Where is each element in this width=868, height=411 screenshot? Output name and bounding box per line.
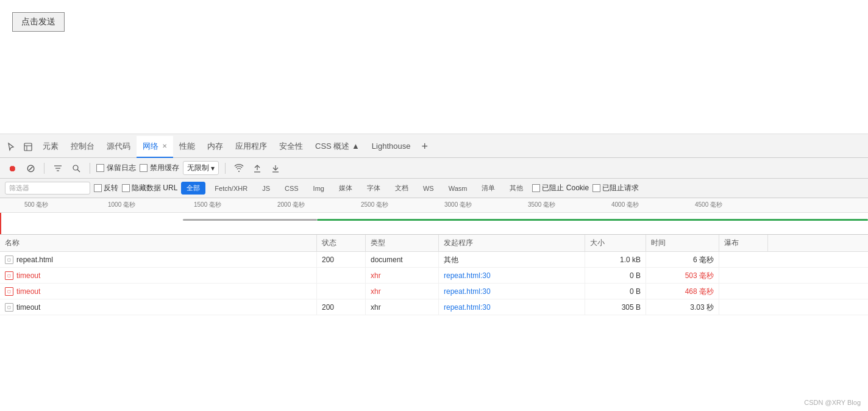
tab-security[interactable]: 安全性: [273, 136, 309, 158]
tab-application[interactable]: 应用程序: [229, 136, 273, 158]
row4-waterfall: [719, 299, 768, 315]
inspect-icon[interactable]: [20, 138, 37, 155]
wifi-icon[interactable]: [232, 161, 246, 176]
header-size: 大小: [585, 235, 646, 251]
tick-4500: 4500 毫秒: [695, 201, 722, 209]
cursor-icon[interactable]: [2, 138, 20, 155]
table-row[interactable]: ◻ timeout xhr repeat.html:30 0 B 468 毫秒: [0, 284, 868, 299]
record-button[interactable]: ⏺: [5, 161, 20, 176]
disable-cache-label[interactable]: 禁用缓存: [140, 163, 179, 173]
filter-doc-button[interactable]: 文档: [390, 182, 414, 195]
filter-img-button[interactable]: Img: [308, 183, 330, 194]
row4-time: 3.03 秒: [646, 299, 719, 315]
header-waterfall: 瀑布: [719, 235, 768, 251]
row4-name: ◻ timeout: [0, 299, 317, 315]
row1-initiator: 其他: [439, 252, 585, 268]
tab-network[interactable]: 网络 ✕: [137, 136, 173, 158]
filter-bar: 筛选器 反转 隐藏数据 URL 全部 Fetch/XHR JS CSS Img …: [0, 179, 868, 198]
tab-performance[interactable]: 性能: [173, 136, 201, 158]
filter-manifest-button[interactable]: 清单: [476, 182, 500, 195]
tick-2000: 2000 毫秒: [277, 201, 305, 209]
tick-2500: 2500 毫秒: [361, 201, 388, 209]
devtools-panel: 元素 控制台 源代码 网络 ✕ 性能 内存 应用程序 安全性 CSS 概述 ▲ …: [0, 134, 868, 315]
header-name: 名称: [0, 235, 317, 251]
filter-button[interactable]: [51, 161, 65, 176]
search-button[interactable]: [69, 161, 84, 176]
separator-3: [225, 163, 226, 174]
row3-type: xhr: [366, 284, 439, 299]
row4-status: 200: [317, 299, 366, 315]
row3-time: 468 毫秒: [646, 284, 719, 299]
separator-2: [90, 163, 90, 174]
tab-elements[interactable]: 元素: [37, 136, 65, 158]
tick-3500: 3500 毫秒: [528, 201, 555, 209]
row4-initiator[interactable]: repeat.html:30: [439, 299, 585, 315]
row4-type: xhr: [366, 299, 439, 315]
hide-data-url-label[interactable]: 隐藏数据 URL: [122, 183, 177, 193]
timeline-area: 500 毫秒 1000 毫秒 1500 毫秒 2000 毫秒 2500 毫秒 3…: [0, 198, 868, 235]
upload-button[interactable]: [250, 161, 265, 176]
invert-checkbox[interactable]: [94, 184, 102, 192]
tick-3000: 3000 毫秒: [444, 201, 472, 209]
row3-waterfall: [719, 284, 768, 299]
row4-size: 305 B: [585, 299, 646, 315]
table-row[interactable]: ◻ repeat.html 200 document 其他 1.0 kB 6 毫…: [0, 252, 868, 268]
header-type: 类型: [366, 235, 439, 251]
add-tab-button[interactable]: +: [416, 136, 433, 158]
download-button[interactable]: [268, 161, 283, 176]
preserve-log-label[interactable]: 保留日志: [96, 163, 136, 173]
table-row[interactable]: ◻ timeout xhr repeat.html:30 0 B 503 毫秒: [0, 268, 868, 284]
filter-wasm-button[interactable]: Wasm: [443, 183, 473, 194]
tab-close-icon[interactable]: ✕: [162, 143, 167, 149]
hide-data-url-checkbox[interactable]: [122, 184, 130, 192]
filter-js-button[interactable]: JS: [257, 183, 276, 194]
row1-size: 1.0 kB: [585, 252, 646, 268]
filter-media-button[interactable]: 媒体: [333, 182, 358, 195]
disable-cache-checkbox[interactable]: [140, 164, 148, 172]
filter-fetch-xhr-button[interactable]: Fetch/XHR: [209, 183, 253, 194]
blocked-cookies-label[interactable]: 已阻止 Cookie: [532, 183, 589, 193]
row1-status: 200: [317, 252, 366, 268]
tab-console[interactable]: 控制台: [65, 136, 101, 158]
blocked-requests-checkbox[interactable]: [592, 184, 600, 192]
row3-initiator[interactable]: repeat.html:30: [439, 284, 585, 299]
filter-other-button[interactable]: 其他: [504, 182, 528, 195]
header-time: 时间: [646, 235, 719, 251]
row1-waterfall: [719, 252, 768, 268]
row3-status: [317, 284, 366, 299]
row2-waterfall: [719, 268, 768, 284]
tab-memory[interactable]: 内存: [201, 136, 229, 158]
table-row[interactable]: ◻ timeout 200 xhr repeat.html:30 305 B 3…: [0, 299, 868, 315]
timeline-bars: [0, 213, 868, 235]
row1-name: ◻ repeat.html: [0, 252, 317, 268]
row2-size: 0 B: [585, 268, 646, 284]
toolbar: ⏺ ⊘ 保留日志 禁用缓存 无限制 ▾: [0, 158, 868, 179]
cancel-button[interactable]: ⊘: [23, 161, 38, 176]
throttle-select[interactable]: 无限制 ▾: [183, 161, 219, 175]
tick-1500: 1500 毫秒: [194, 201, 221, 209]
blocked-cookies-checkbox[interactable]: [532, 184, 540, 192]
invert-label[interactable]: 反转: [94, 183, 118, 193]
tab-css-overview[interactable]: CSS 概述 ▲: [309, 136, 366, 158]
file-icon-normal: ◻: [5, 256, 13, 264]
row3-name: ◻ timeout: [0, 284, 317, 299]
filter-font-button[interactable]: 字体: [361, 182, 386, 195]
filter-all-button[interactable]: 全部: [181, 182, 205, 195]
tick-1000: 1000 毫秒: [108, 201, 135, 209]
file-icon-red: ◻: [5, 287, 13, 296]
filter-input[interactable]: 筛选器: [5, 182, 90, 195]
filter-css-button[interactable]: CSS: [279, 183, 304, 194]
send-button[interactable]: 点击发送: [12, 12, 65, 32]
header-status: 状态: [317, 235, 366, 251]
throttle-dropdown-icon: ▾: [211, 164, 215, 173]
filter-ws-button[interactable]: WS: [418, 183, 439, 194]
preserve-log-checkbox[interactable]: [96, 164, 104, 172]
tab-lighthouse[interactable]: Lighthouse: [366, 136, 417, 158]
tick-4000: 4000 毫秒: [611, 201, 639, 209]
tab-sources[interactable]: 源代码: [101, 136, 137, 158]
svg-rect-0: [24, 143, 32, 151]
tab-bar: 元素 控制台 源代码 网络 ✕ 性能 内存 应用程序 安全性 CSS 概述 ▲ …: [0, 136, 868, 158]
blocked-requests-label[interactable]: 已阻止请求: [592, 183, 639, 193]
row2-initiator[interactable]: repeat.html:30: [439, 268, 585, 284]
network-table: 名称 状态 类型 发起程序 大小 时间 瀑布 ◻ repeat.html 200…: [0, 235, 868, 315]
